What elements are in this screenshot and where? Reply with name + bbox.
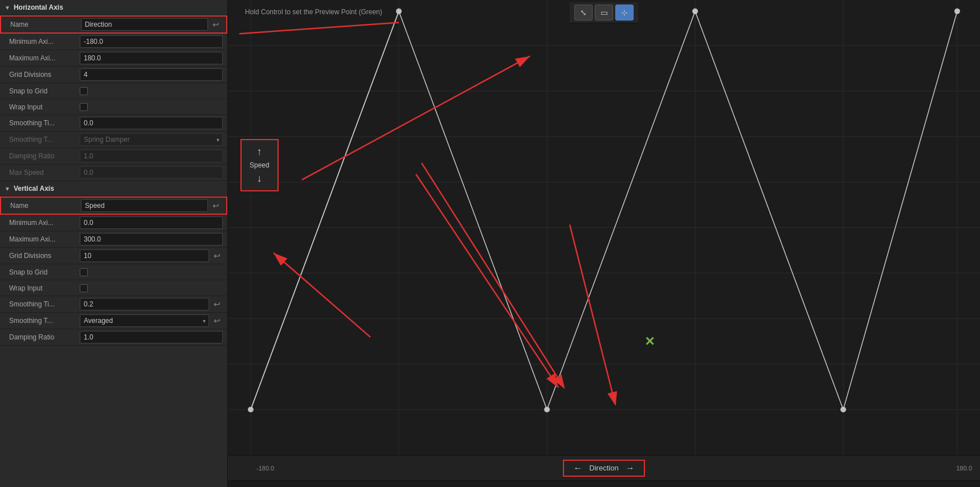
expand-button[interactable]: ⤡	[574, 5, 593, 21]
vert-damp-row: Damping Ratio	[0, 329, 227, 346]
x-max-label: 180.0	[956, 465, 972, 472]
horiz-wrap-label: Wrap Input	[9, 103, 77, 111]
horiz-min-label: Minimum Axi...	[9, 38, 77, 46]
horizontal-name-label: Name	[10, 21, 79, 28]
horiz-damp-input	[80, 150, 223, 162]
horiz-max-row: Maximum Axi...	[0, 50, 227, 67]
bottom-bar: -180.0 ← Direction → 180.0	[228, 455, 980, 480]
horiz-wrap-checkbox[interactable]	[80, 103, 88, 111]
horiz-min-input[interactable]	[80, 35, 223, 48]
horiz-smooth-type-row: Smoothing T... ▾	[0, 132, 227, 148]
vert-grid-div-input[interactable]	[80, 249, 209, 262]
vert-grid-div-row: Grid Divisions ↩	[0, 248, 227, 264]
horizontal-axis-header[interactable]: ▼ Horizontal Axis	[0, 0, 227, 15]
vert-grid-div-reset[interactable]: ↩	[211, 250, 223, 261]
vert-snap-label: Snap to Grid	[9, 268, 77, 276]
right-arrow-icon: →	[626, 463, 635, 473]
vert-damp-input[interactable]	[80, 331, 223, 343]
horiz-smooth-time-row: Smoothing Ti...	[0, 115, 227, 132]
horiz-smooth-type-label: Smoothing T...	[9, 136, 77, 144]
vert-min-row: Minimum Axi...	[0, 215, 227, 231]
vert-smooth-time-label: Smoothing Ti...	[9, 300, 77, 308]
horiz-smooth-type-select-wrapper: ▾	[80, 133, 223, 146]
vert-wrap-row: Wrap Input	[0, 280, 227, 296]
vert-wrap-checkbox[interactable]	[80, 284, 88, 292]
svg-text:✕: ✕	[644, 334, 655, 349]
horiz-max-input[interactable]	[80, 52, 223, 64]
vert-smooth-time-input[interactable]	[80, 298, 209, 310]
horiz-maxspeed-label: Max Speed	[9, 169, 77, 177]
right-panel: ⤡ ▭ ⊹ Hold Control to set the Preview Po…	[228, 0, 980, 487]
horiz-grid-div-label: Grid Divisions	[9, 71, 77, 79]
chevron-icon: ▼	[5, 5, 10, 11]
horiz-max-label: Maximum Axi...	[9, 54, 77, 62]
scrollbar[interactable]	[228, 480, 980, 487]
up-arrow-icon: ↑	[257, 146, 262, 158]
horiz-snap-row: Snap to Grid	[0, 83, 227, 99]
vertical-name-input[interactable]	[81, 199, 208, 212]
vertical-axis-title: Vertical Axis	[14, 185, 54, 193]
horiz-grid-div-row: Grid Divisions	[0, 67, 227, 83]
graph-toolbar: ⤡ ▭ ⊹	[570, 2, 638, 23]
left-panel: ▼ Horizontal Axis Name ↩ Minimum Axi... …	[0, 0, 228, 487]
vert-chevron-icon: ▼	[5, 186, 10, 192]
down-arrow-icon: ↓	[257, 173, 262, 185]
vert-min-input[interactable]	[80, 216, 223, 229]
vert-wrap-label: Wrap Input	[9, 284, 77, 292]
horiz-grid-div-input[interactable]	[80, 68, 223, 81]
horiz-damp-label: Damping Ratio	[9, 152, 77, 160]
horiz-smooth-type-input	[80, 133, 223, 146]
rect-button[interactable]: ▭	[595, 5, 613, 21]
left-arrow-icon: ←	[573, 463, 582, 473]
vert-smooth-time-row: Smoothing Ti... ↩	[0, 296, 227, 313]
vert-smooth-type-reset[interactable]: ↩	[211, 315, 223, 326]
horizontal-name-row: Name ↩	[0, 15, 227, 34]
vert-smooth-type-input[interactable]	[80, 314, 209, 327]
horiz-smooth-time-input[interactable]	[80, 117, 223, 129]
graph-svg: ✕	[228, 0, 980, 455]
horizontal-name-input[interactable]	[81, 18, 208, 31]
vert-snap-row: Snap to Grid	[0, 264, 227, 280]
horiz-snap-label: Snap to Grid	[9, 87, 77, 95]
horiz-maxspeed-input	[80, 166, 223, 179]
speed-label: Speed	[250, 161, 270, 169]
speed-box: ↑ Speed ↓	[240, 139, 279, 191]
vertical-name-row: Name ↩	[0, 197, 227, 215]
vert-snap-checkbox[interactable]	[80, 268, 88, 276]
vert-grid-div-label: Grid Divisions	[9, 252, 77, 260]
direction-label-box: ← Direction →	[563, 460, 644, 477]
vert-max-input[interactable]	[80, 233, 223, 245]
horiz-wrap-row: Wrap Input	[0, 99, 227, 115]
vert-smooth-time-reset[interactable]: ↩	[211, 298, 223, 310]
vertical-name-label: Name	[10, 202, 79, 210]
vert-smooth-type-row: Smoothing T... ▾ ↩	[0, 313, 227, 329]
x-min-label: -180.0	[256, 465, 274, 472]
vert-min-label: Minimum Axi...	[9, 219, 77, 227]
vertical-axis-header[interactable]: ▼ Vertical Axis	[0, 181, 227, 197]
vert-smooth-type-label: Smoothing T...	[9, 317, 77, 325]
horizontal-axis-title: Horizontal Axis	[14, 3, 63, 11]
graph-hint: Hold Control to set the Preview Point (G…	[245, 8, 382, 16]
horizontal-name-reset[interactable]: ↩	[210, 19, 222, 30]
horiz-smooth-time-label: Smoothing Ti...	[9, 119, 77, 127]
horiz-min-row: Minimum Axi...	[0, 34, 227, 50]
vertical-name-reset[interactable]: ↩	[210, 200, 222, 211]
horiz-maxspeed-row: Max Speed	[0, 165, 227, 181]
vert-max-row: Maximum Axi...	[0, 231, 227, 248]
horiz-snap-checkbox[interactable]	[80, 87, 88, 95]
vert-smooth-type-select-wrapper: ▾	[80, 314, 209, 327]
vert-damp-label: Damping Ratio	[9, 333, 77, 341]
horiz-damp-row: Damping Ratio	[0, 148, 227, 165]
vert-max-label: Maximum Axi...	[9, 235, 77, 243]
cursor-button[interactable]: ⊹	[615, 5, 634, 21]
direction-axis-label: Direction	[589, 464, 618, 472]
